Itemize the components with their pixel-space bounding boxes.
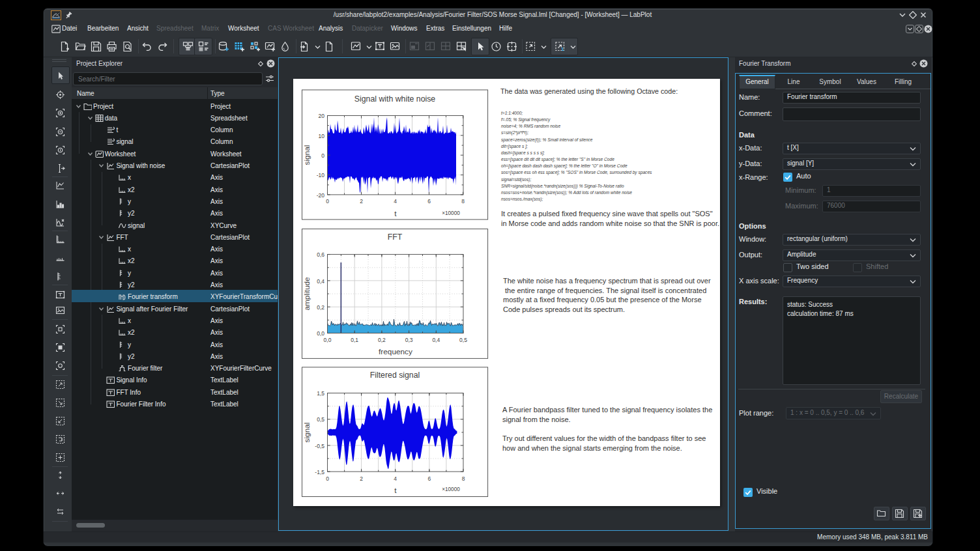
- svg-text:0,5: 0,5: [317, 416, 324, 423]
- svg-text:20: 20: [319, 113, 325, 119]
- svg-text:2: 2: [360, 198, 363, 205]
- svg-text:-20: -20: [317, 192, 325, 199]
- svg-text:6: 6: [427, 198, 431, 205]
- svg-text:0,3: 0,3: [405, 337, 413, 343]
- svg-text:0: 0: [321, 152, 324, 159]
- svg-text:Signal with white noise: Signal with white noise: [354, 94, 436, 104]
- svg-text:0,2: 0,2: [317, 304, 324, 311]
- svg-text:0,4: 0,4: [317, 278, 324, 285]
- svg-text:-0,5: -0,5: [315, 443, 324, 449]
- svg-text:0: 0: [326, 475, 329, 482]
- svg-text:signal: signal: [302, 423, 311, 443]
- svg-text:0: 0: [326, 198, 329, 205]
- svg-text:signal: signal: [302, 145, 311, 165]
- svg-text:FFT: FFT: [388, 233, 403, 242]
- svg-text:t: t: [394, 209, 397, 218]
- svg-text:0,0: 0,0: [324, 337, 332, 343]
- svg-text:Filtered signal: Filtered signal: [370, 371, 420, 380]
- svg-text:t: t: [394, 486, 397, 495]
- svg-text:frequency: frequency: [379, 347, 412, 356]
- svg-text:8: 8: [461, 198, 465, 205]
- svg-text:-10: -10: [317, 172, 325, 178]
- svg-text:10: 10: [319, 133, 325, 139]
- svg-text:amplitude: amplitude: [302, 277, 311, 311]
- svg-text:0,6: 0,6: [317, 251, 324, 258]
- svg-text:4: 4: [394, 475, 397, 482]
- svg-text:2: 2: [360, 475, 363, 482]
- svg-text:0,0: 0,0: [317, 330, 324, 337]
- svg-text:1,5: 1,5: [317, 390, 324, 397]
- svg-text:0,1: 0,1: [351, 337, 358, 343]
- svg-text:0,2: 0,2: [378, 337, 386, 343]
- svg-text:-1,5: -1,5: [315, 469, 324, 475]
- svg-text:6: 6: [428, 475, 431, 482]
- svg-text:0,4: 0,4: [432, 337, 440, 343]
- svg-text:×10000: ×10000: [442, 210, 460, 216]
- svg-text:×10000: ×10000: [442, 487, 460, 492]
- svg-text:0,5: 0,5: [459, 337, 467, 343]
- svg-text:4: 4: [394, 198, 397, 205]
- svg-text:1: 1: [561, 46, 564, 52]
- svg-text:8: 8: [462, 475, 465, 482]
